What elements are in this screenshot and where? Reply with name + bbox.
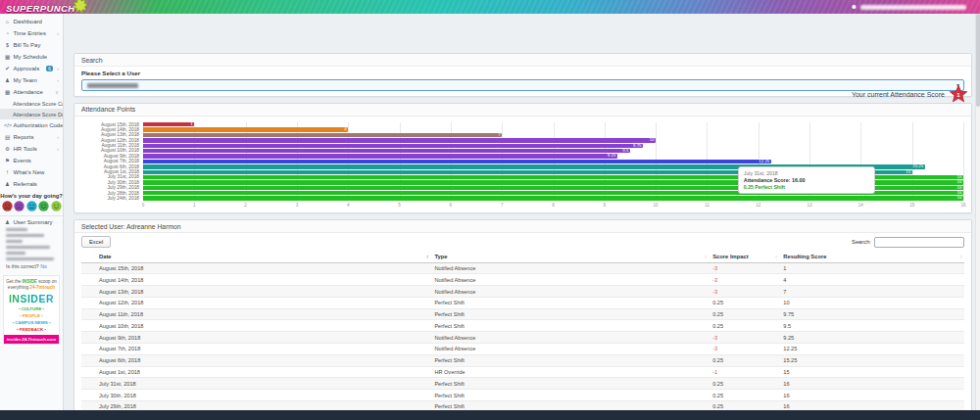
axis-tick-label: 7 [501,203,504,208]
approvals-count-badge: 6 [46,66,53,71]
cell-resulting-score: 15 [779,366,964,378]
cell-type: Perfect Shift [430,400,709,410]
table-row: August 13th, 2018Notified Absence-37 [81,286,964,298]
mood-great-icon[interactable] [51,201,62,211]
calendar-icon: ▦ [4,54,11,60]
bar[interactable]: 10 [143,138,656,142]
sort-icon: ↕ [775,254,778,259]
sidebar-item-my-team[interactable]: ♟My Team‹ [0,74,63,86]
mood-row [0,199,63,214]
sidebar-item-dashboard[interactable]: ⌂Dashboard [0,16,63,27]
bar-value-label: 7 [498,133,500,138]
sidebar-item-what-s-new[interactable]: !What's New [0,166,63,178]
chevron-icon: ‹ [57,135,59,140]
sidebar-item-approvals[interactable]: ✔Approvals6‹ [0,63,63,74]
cell-date: August 11th, 2018 [95,308,430,320]
ad-tag: • FEEDBACK • [6,326,57,333]
bar[interactable]: 9.25 [143,154,617,158]
people-icon: ♟ [4,181,11,187]
mood-sad-icon[interactable] [14,201,24,211]
cell-resulting-score: 9.5 [779,320,964,332]
bar-value-label: 15.25 [912,164,923,169]
sidebar-item-label: HR Tools [14,146,37,152]
row-control-cell [81,400,95,410]
table-row: August 15th, 2018Notified Absence-31 [81,262,964,274]
cell-date: August 14th, 2018 [95,274,430,286]
bar[interactable]: 9.5 [143,149,630,153]
cell-score-impact: 0.25 [709,390,779,401]
bar[interactable]: 12.25 [143,160,771,163]
sidebar-item-label: Reports [14,134,34,140]
bar[interactable]: 1 [143,122,194,126]
mood-happy-icon[interactable] [38,201,49,211]
sidebar-item-attendance[interactable]: ▦Attendance∨ [0,86,63,98]
user-name-redacted [860,5,966,10]
cell-date: August 13th, 2018 [95,286,430,298]
chevron-icon: ‹ [57,31,59,36]
cell-date: July 29th, 2018 [95,400,430,410]
cell-date: August 6th, 2018 [95,354,430,366]
sidebar-item-referrals[interactable]: ♟Referrals [0,178,63,190]
insider-ad-banner[interactable]: Get the INSIDE scoop on everything 24-7i… [3,275,60,345]
mood-neutral-icon[interactable] [26,201,37,211]
sidebar-item-events[interactable]: ⚑Events [0,155,63,166]
column-header-date[interactable]: Date↕ [95,251,430,262]
sidebar-item-attendance-score-details[interactable]: Attendance Score Details [0,109,63,119]
sidebar-item-attendance-score-calendar[interactable]: Attendance Score Calendar [0,98,63,109]
control-column-header [81,251,95,262]
row-control-cell [81,308,95,320]
sidebar-item-reports[interactable]: ▤Reports‹ [0,131,63,143]
chart-labels: August 15th, 2018August 14th, 2018August… [74,122,143,202]
confirm-no-link[interactable]: No [40,263,47,269]
axis-tick-label: 9 [604,203,607,208]
sidebar-item-label: My Schedule [14,54,48,60]
attendance-points-title: Attendance Points [74,104,971,117]
cell-score-impact: 0.25 [709,378,779,390]
table-search-input[interactable] [874,237,964,248]
logo-text: SUPERPUNCH [6,3,75,14]
user-icon: ☻ [851,3,858,11]
sidebar-item-bill-to-pay[interactable]: $Bill To Pay [0,39,63,51]
cell-type: Notified Absence [430,262,709,274]
sidebar-item-my-schedule[interactable]: ▦My Schedule [0,51,63,63]
scrollbar[interactable] [975,14,980,410]
sort-icon: ↕ [960,254,963,259]
table-row: August 10th, 2018Perfect Shift0.259.5 [81,320,964,332]
excel-export-button[interactable]: Excel [81,236,111,248]
redacted-text [6,228,27,232]
table-row: August 9th, 2018Notified Absence-39.25 [81,332,964,344]
bar[interactable]: 16 [143,196,963,200]
row-control-cell [81,390,95,401]
user-select-dropdown[interactable]: ▾ [81,79,964,91]
cell-resulting-score: 16 [779,378,964,390]
footer-bar [0,410,980,420]
cell-date: July 30th, 2018 [95,390,430,401]
announcement-icon: ! [4,169,11,175]
cell-score-impact: 0.25 [709,308,779,320]
main-content: Search Please Select a User ▾ Your curre… [65,14,980,410]
bar-value-label: 1 [190,122,192,127]
cell-date: August 1st, 2018 [95,366,430,378]
table-row: July 29th, 2018Perfect Shift0.2516 [81,400,964,410]
mood-angry-icon[interactable] [2,201,13,211]
user-summary-title: User Summary [14,219,53,225]
chart-axis: 012345678910111213141516 [143,202,963,210]
cell-resulting-score: 10 [779,297,964,308]
bar[interactable]: 4 [143,127,348,131]
bar[interactable]: 7 [143,133,502,137]
redacted-text [6,246,50,250]
column-header-resulting-score[interactable]: Resulting Score↕ [779,251,964,262]
user-menu[interactable]: ☻ [851,3,966,11]
bar-value-label: 4 [344,127,346,132]
sidebar-item-label: Bill To Pay [14,42,41,48]
sidebar-item-authorization-code[interactable]: </>Authorization Code [0,119,63,131]
scrollbar-thumb[interactable] [976,14,980,107]
sort-icon: ↕ [426,254,429,259]
bar[interactable]: 9.75 [143,144,643,148]
column-header-type[interactable]: Type↕ [430,251,709,262]
ad-tag: • PEOPLE • [6,312,57,319]
sidebar-item-time-entries[interactable]: ◔Time Entries‹ [0,27,63,39]
sidebar: ⌂Dashboard◔Time Entries‹$Bill To Pay▦My … [0,14,64,410]
column-header-score-impact[interactable]: Score Impact↕ [709,251,779,262]
sidebar-item-hr-tools[interactable]: ⚙HR Tools‹ [0,143,63,155]
